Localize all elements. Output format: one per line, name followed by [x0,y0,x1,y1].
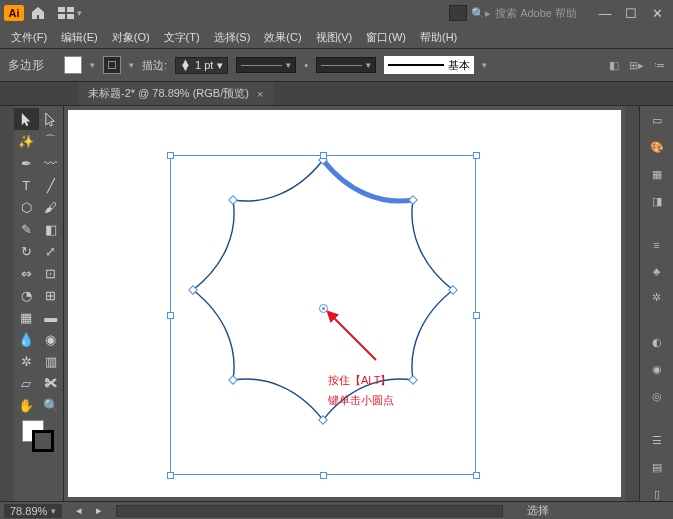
left-dock-strip [0,106,14,501]
artboards-panel-icon[interactable]: ▯ [647,488,667,501]
magic-wand-tool[interactable]: ✨ [14,130,39,152]
title-bar: Ai ▾ 🔍▸ 搜索 Adobe 帮助 — ☐ ✕ [0,0,673,26]
annotation-text: 按住【ALT】 键单击小圆点 [328,370,394,410]
selection-handle[interactable] [473,152,480,159]
graphic-styles-panel-icon[interactable]: ◎ [647,390,667,403]
artboard-tool[interactable]: ▱ [14,372,39,394]
stepper-icon[interactable]: ▲▼ [180,60,191,70]
menu-window[interactable]: 窗口(W) [361,28,411,47]
layers-panel-icon[interactable]: ☰ [647,434,667,447]
paintbrush-tool[interactable]: 🖌 [39,196,64,218]
menu-bar: 文件(F) 编辑(E) 对象(O) 文字(T) 选择(S) 效果(C) 视图(V… [0,26,673,48]
slice-tool[interactable]: ✀ [39,372,64,394]
maximize-button[interactable]: ☐ [619,4,643,22]
color-panel-icon[interactable]: 🎨 [647,141,667,154]
brushes-panel-icon[interactable]: ♣ [647,265,667,277]
width-tool[interactable]: ⇔ [14,262,39,284]
graph-tool[interactable]: ▥ [39,350,64,372]
close-button[interactable]: ✕ [645,4,669,22]
eyedropper-tool[interactable]: 💧 [14,328,39,350]
free-transform-tool[interactable]: ⊡ [39,262,64,284]
pen-tool[interactable]: ✒ [14,152,39,174]
menu-select[interactable]: 选择(S) [209,28,256,47]
shaper-tool[interactable]: ✎ [14,218,39,240]
menu-type[interactable]: 文字(T) [159,28,205,47]
fill-swatch[interactable] [64,56,82,74]
annotation-arrow-icon [326,310,386,370]
zoom-tool[interactable]: 🔍 [39,394,64,416]
menu-help[interactable]: 帮助(H) [415,28,462,47]
search-area[interactable]: 🔍▸ 搜索 Adobe 帮助 [449,5,577,21]
swatches-panel-icon[interactable]: ▦ [647,168,667,181]
artboard[interactable]: 按住【ALT】 键单击小圆点 [68,110,621,497]
shape-builder-tool[interactable]: ◔ [14,284,39,306]
stroke-panel-icon[interactable]: ≡ [647,239,667,251]
symbol-sprayer-tool[interactable]: ✲ [14,350,39,372]
toolbox: ✨ ⌒ ✒ 〰 T ╱ ⬡ 🖌 ✎ ◧ ↻ ⤢ ⇔ ⊡ ◔ ⊞ [14,106,64,501]
stroke-swatch[interactable] [103,56,121,74]
gradient-panel-icon[interactable]: ◨ [647,195,667,208]
fill-stroke-swatches[interactable] [14,416,63,456]
stroke-color-icon[interactable] [32,430,54,452]
selection-tool[interactable] [14,108,39,130]
right-dock-strip [625,106,639,501]
canvas-area[interactable]: 按住【ALT】 键单击小圆点 [64,106,625,501]
selection-bounding-box[interactable] [170,155,476,475]
stroke-profile[interactable]: ▾ [236,57,296,73]
zoom-level[interactable]: 78.89%▾ [4,504,62,518]
minimize-button[interactable]: — [593,4,617,22]
properties-panel-icon[interactable]: ▭ [647,114,667,127]
symbols-panel-icon[interactable]: ✲ [647,291,667,304]
menu-effect[interactable]: 效果(C) [259,28,306,47]
rotate-tool[interactable]: ↻ [14,240,39,262]
brush-def-icon[interactable]: • [304,59,308,71]
status-bar: 78.89%▾ ◂ ▸ 选择 [0,501,673,519]
line-tool[interactable]: ╱ [39,174,64,196]
horizontal-scrollbar[interactable] [116,505,503,517]
brush-style[interactable]: ▾ [316,57,376,73]
eraser-tool[interactable]: ◧ [39,218,64,240]
menu-object[interactable]: 对象(O) [107,28,155,47]
perspective-tool[interactable]: ⊞ [39,284,64,306]
menu-view[interactable]: 视图(V) [311,28,358,47]
lasso-tool[interactable]: ⌒ [39,130,64,152]
scale-tool[interactable]: ⤢ [39,240,64,262]
opacity-icon[interactable]: ◧ [609,59,619,72]
gradient-tool[interactable]: ▬ [39,306,64,328]
direct-selection-tool[interactable] [39,108,64,130]
transparency-panel-icon[interactable]: ◐ [647,336,667,349]
selection-handle[interactable] [320,472,327,479]
menu-file[interactable]: 文件(F) [6,28,52,47]
appearance-panel-icon[interactable]: ◉ [647,363,667,376]
search-placeholder: 搜索 Adobe 帮助 [495,6,577,21]
hand-tool[interactable]: ✋ [14,394,39,416]
selection-handle[interactable] [473,472,480,479]
artboard-nav-prev-icon[interactable]: ◂ [76,504,82,517]
align-icon[interactable]: ⊞▸ [629,59,644,72]
bridge-switcher[interactable]: ▾ [52,7,88,19]
shape-tool[interactable]: ⬡ [14,196,39,218]
selection-handle[interactable] [167,312,174,319]
selection-handle[interactable] [167,472,174,479]
app-badge: Ai [4,5,24,21]
panel-menu-icon[interactable]: ≔ [654,59,665,72]
curvature-tool[interactable]: 〰 [39,152,64,174]
graphic-style[interactable]: 基本 [384,56,474,74]
selection-type-label: 多边形 [8,57,56,74]
document-tab-bar: 未标题-2* @ 78.89% (RGB/预览) × [0,82,673,106]
home-icon[interactable] [30,5,46,21]
selection-handle[interactable] [167,152,174,159]
stroke-weight-input[interactable]: ▲▼ 1 pt ▾ [175,57,228,74]
artboard-nav-next-icon[interactable]: ▸ [96,504,102,517]
tab-close-icon[interactable]: × [257,88,263,100]
asset-panel-icon[interactable]: ▤ [647,461,667,474]
mesh-tool[interactable]: ▦ [14,306,39,328]
blend-tool[interactable]: ◉ [39,328,64,350]
menu-edit[interactable]: 编辑(E) [56,28,103,47]
selection-handle[interactable] [473,312,480,319]
selection-handle[interactable] [320,152,327,159]
type-tool[interactable]: T [14,174,39,196]
search-box-icon [449,5,467,21]
document-tab[interactable]: 未标题-2* @ 78.89% (RGB/预览) × [78,82,273,105]
control-bar: 多边形 ▾ ▾ 描边: ▲▼ 1 pt ▾ ▾ • ▾ 基本▾ ◧ ⊞▸ ≔ [0,48,673,82]
